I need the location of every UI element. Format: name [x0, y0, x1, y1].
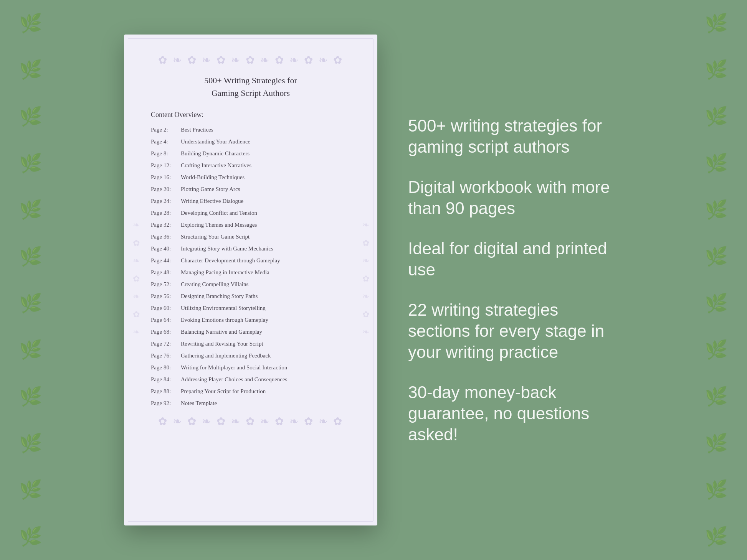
- toc-page-number: Page 40:: [151, 245, 178, 253]
- toc-item: Page 52:Creating Compelling Villains: [151, 280, 354, 288]
- toc-page-number: Page 56:: [151, 292, 178, 300]
- toc-page-number: Page 92:: [151, 399, 178, 407]
- toc-page-number: Page 2:: [151, 126, 178, 134]
- toc-page-number: Page 72:: [151, 340, 178, 348]
- document-side-left-decoration: ❧ ✿ ❧ ✿ ❧ ✿ ❧: [131, 220, 141, 340]
- toc-page-number: Page 68:: [151, 328, 178, 336]
- feature-item: Ideal for digital and printed use: [408, 238, 623, 280]
- feature-item: Digital workbook with more than 90 pages: [408, 176, 623, 219]
- toc-item: Page 44:Character Development through Ga…: [151, 257, 354, 265]
- toc-item: Page 24:Writing Effective Dialogue: [151, 197, 354, 205]
- toc-page-number: Page 32:: [151, 221, 178, 229]
- toc-item: Page 88:Preparing Your Script for Produc…: [151, 387, 354, 395]
- toc-list: Page 2:Best PracticesPage 4:Understandin…: [151, 126, 354, 407]
- toc-item: Page 40:Integrating Story with Game Mech…: [151, 245, 354, 253]
- toc-entry-title: Structuring Your Game Script: [181, 233, 250, 241]
- toc-entry-title: Developing Conflict and Tension: [181, 209, 257, 217]
- toc-page-number: Page 88:: [151, 387, 178, 395]
- toc-entry-title: Creating Compelling Villains: [181, 280, 248, 288]
- toc-item: Page 12:Crafting Interactive Narratives: [151, 161, 354, 170]
- toc-item: Page 92:Notes Template: [151, 399, 354, 407]
- toc-page-number: Page 36:: [151, 233, 178, 241]
- toc-item: Page 56:Designing Branching Story Paths: [151, 292, 354, 300]
- toc-heading: Content Overview:: [151, 111, 354, 119]
- toc-page-number: Page 80:: [151, 364, 178, 372]
- feature-item: 30-day money-back guarantee, no question…: [408, 382, 623, 445]
- toc-entry-title: Crafting Interactive Narratives: [181, 161, 251, 170]
- toc-entry-title: Writing Effective Dialogue: [181, 197, 243, 205]
- toc-entry-title: World-Building Techniques: [181, 173, 245, 181]
- toc-entry-title: Building Dynamic Characters: [181, 150, 250, 158]
- toc-item: Page 8:Building Dynamic Characters: [151, 150, 354, 158]
- toc-entry-title: Managing Pacing in Interactive Media: [181, 268, 269, 277]
- toc-entry-title: Evoking Emotions through Gameplay: [181, 316, 268, 324]
- toc-page-number: Page 76:: [151, 352, 178, 360]
- toc-page-number: Page 28:: [151, 209, 178, 217]
- toc-entry-title: Best Practices: [181, 126, 213, 134]
- toc-entry-title: Exploring Themes and Messages: [181, 221, 257, 229]
- toc-entry-title: Character Development through Gameplay: [181, 257, 280, 265]
- toc-page-number: Page 64:: [151, 316, 178, 324]
- toc-item: Page 80:Writing for Multiplayer and Soci…: [151, 364, 354, 372]
- document-bottom-decoration: ✿ ❧ ✿ ❧ ✿ ❧ ✿ ❧ ✿ ❧ ✿ ❧ ✿: [147, 415, 354, 428]
- toc-entry-title: Preparing Your Script for Production: [181, 387, 266, 395]
- toc-item: Page 68:Balancing Narrative and Gameplay: [151, 328, 354, 336]
- toc-entry-title: Rewriting and Revising Your Script: [181, 340, 263, 348]
- toc-item: Page 32:Exploring Themes and Messages: [151, 221, 354, 229]
- toc-entry-title: Plotting Game Story Arcs: [181, 185, 240, 193]
- toc-page-number: Page 4:: [151, 138, 178, 146]
- toc-page-number: Page 44:: [151, 257, 178, 265]
- toc-page-number: Page 48:: [151, 268, 178, 277]
- toc-entry-title: Designing Branching Story Paths: [181, 292, 258, 300]
- toc-entry-title: Addressing Player Choices and Consequenc…: [181, 376, 287, 384]
- toc-item: Page 84:Addressing Player Choices and Co…: [151, 376, 354, 384]
- toc-entry-title: Understanding Your Audience: [181, 138, 250, 146]
- toc-entry-title: Notes Template: [181, 399, 217, 407]
- toc-item: Page 64:Evoking Emotions through Gamepla…: [151, 316, 354, 324]
- toc-page-number: Page 12:: [151, 161, 178, 170]
- toc-page-number: Page 16:: [151, 173, 178, 181]
- toc-item: Page 60:Utilizing Environmental Storytel…: [151, 304, 354, 312]
- document-mockup: ❧ ✿ ❧ ✿ ❧ ✿ ❧ ❧ ✿ ❧ ✿ ❧ ✿ ❧ ✿ ❧ ✿ ❧ ✿ ❧ …: [124, 35, 377, 525]
- toc-item: Page 20:Plotting Game Story Arcs: [151, 185, 354, 193]
- toc-item: Page 16:World-Building Techniques: [151, 173, 354, 181]
- document-top-decoration: ✿ ❧ ✿ ❧ ✿ ❧ ✿ ❧ ✿ ❧ ✿ ❧ ✿: [147, 54, 354, 66]
- document-title: 500+ Writing Strategies for Gaming Scrip…: [147, 74, 354, 99]
- toc-page-number: Page 8:: [151, 150, 178, 158]
- toc-page-number: Page 24:: [151, 197, 178, 205]
- feature-item: 22 writing strategies sections for every…: [408, 299, 623, 362]
- toc-item: Page 28:Developing Conflict and Tension: [151, 209, 354, 217]
- toc-page-number: Page 60:: [151, 304, 178, 312]
- toc-page-number: Page 52:: [151, 280, 178, 288]
- toc-entry-title: Integrating Story with Game Mechanics: [181, 245, 273, 253]
- toc-entry-title: Balancing Narrative and Gameplay: [181, 328, 262, 336]
- toc-item: Page 76:Gathering and Implementing Feedb…: [151, 352, 354, 360]
- toc-entry-title: Utilizing Environmental Storytelling: [181, 304, 266, 312]
- toc-item: Page 4:Understanding Your Audience: [151, 138, 354, 146]
- right-panel: 500+ writing strategies for gaming scrip…: [408, 115, 623, 445]
- toc-item: Page 2:Best Practices: [151, 126, 354, 134]
- toc-item: Page 72:Rewriting and Revising Your Scri…: [151, 340, 354, 348]
- toc-item: Page 36:Structuring Your Game Script: [151, 233, 354, 241]
- toc-page-number: Page 84:: [151, 376, 178, 384]
- toc-entry-title: Writing for Multiplayer and Social Inter…: [181, 364, 287, 372]
- main-content: ❧ ✿ ❧ ✿ ❧ ✿ ❧ ❧ ✿ ❧ ✿ ❧ ✿ ❧ ✿ ❧ ✿ ❧ ✿ ❧ …: [0, 12, 747, 548]
- document-side-right-decoration: ❧ ✿ ❧ ✿ ❧ ✿ ❧: [360, 220, 370, 340]
- toc-entry-title: Gathering and Implementing Feedback: [181, 352, 271, 360]
- toc-item: Page 48:Managing Pacing in Interactive M…: [151, 268, 354, 277]
- toc-page-number: Page 20:: [151, 185, 178, 193]
- feature-item: 500+ writing strategies for gaming scrip…: [408, 115, 623, 157]
